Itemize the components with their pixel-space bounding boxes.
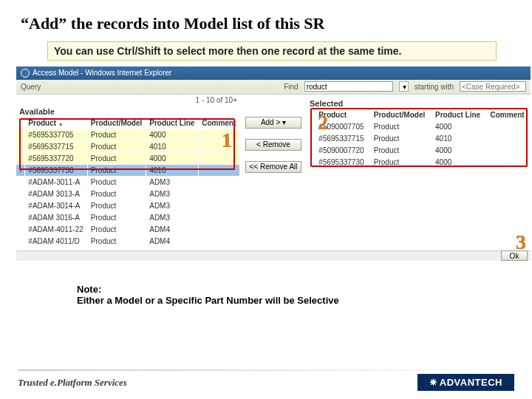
callout-number-1: 1: [222, 129, 232, 152]
footer-tagline: Trusted e.Platform Services: [18, 377, 127, 389]
table-row[interactable]: #ADAM 3016-AProductADM3: [16, 211, 240, 223]
hint-input[interactable]: [460, 81, 526, 92]
table-row[interactable]: #ADAM-3014-AProductADM3: [16, 200, 240, 211]
footer: Trusted e.Platform Services ✷ ADVANTECH: [0, 369, 532, 399]
note-box: Note: Either a Model or a Specific Part …: [69, 279, 488, 310]
ie-icon: [21, 69, 30, 78]
remove-all-button[interactable]: << Remove All: [245, 161, 301, 173]
find-label: Find: [284, 83, 298, 91]
note-label: Note:: [77, 284, 480, 295]
query-button[interactable]: Query: [21, 83, 41, 91]
add-button[interactable]: Add > ▾: [245, 117, 301, 129]
table-row[interactable]: #ADAM 4011/DProductADM4: [16, 235, 240, 247]
table-row[interactable]: #ADAM 3013-AProductADM3: [16, 188, 240, 200]
transfer-buttons: Add > ▾ < Remove << Remove All: [240, 95, 307, 248]
ie-titlebar: Access Model - Windows Internet Explorer: [16, 66, 531, 80]
callout-box-1: [19, 118, 235, 170]
table-row[interactable]: #ADAM-4011-22ProductADM4: [16, 223, 240, 235]
toolbar: Query Find ▾ starting with: [16, 80, 531, 95]
slide-title: “Add” the records into Model list of thi…: [0, 0, 532, 40]
find-dropdown[interactable]: ▾: [399, 81, 409, 92]
dialog-footer: Ok: [16, 250, 531, 261]
ie-window: Access Model - Windows Internet Explorer…: [16, 66, 531, 266]
callout-number-2: 2: [318, 111, 328, 134]
find-input[interactable]: [304, 81, 393, 92]
sun-icon: ✷: [429, 377, 438, 388]
row-counter: 1 - 10 of 10+: [196, 96, 237, 104]
ie-title-text: Access Model - Windows Internet Explorer: [33, 69, 171, 77]
brand-logo: ✷ ADVANTECH: [417, 374, 514, 391]
tip-box: You can use Ctrl/Shift to select more th…: [47, 41, 497, 61]
callout-number-3: 3: [516, 231, 526, 254]
remove-button[interactable]: < Remove: [245, 139, 301, 151]
note-text: Either a Model or a Specific Part Number…: [77, 295, 480, 306]
table-row[interactable]: #ADAM-3011-AProductADM3: [16, 176, 240, 188]
mode-label: starting with: [415, 83, 454, 91]
available-pane: 1 - 10 of 10+ Available Product▲ Product…: [16, 95, 240, 248]
available-title: Available: [16, 106, 240, 117]
callout-box-2: [310, 108, 528, 167]
